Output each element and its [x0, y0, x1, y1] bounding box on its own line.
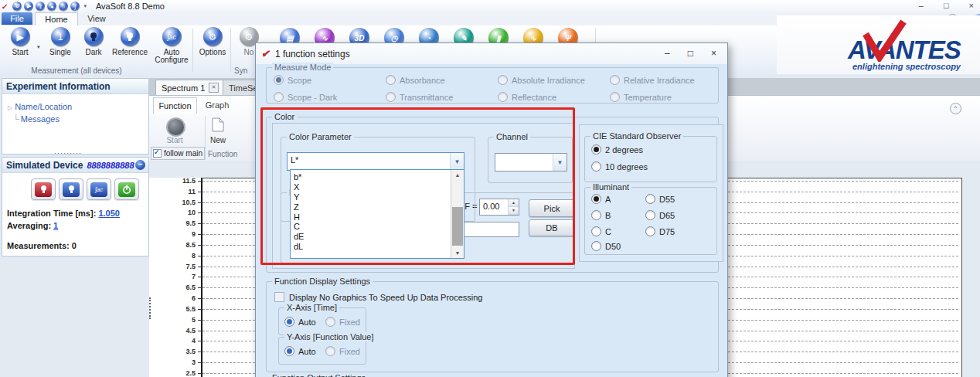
illuminant-label: Illuminant	[590, 182, 631, 192]
auto-configure-button[interactable]: ∫ac Auto Configure	[152, 27, 191, 64]
device-reference-button[interactable]	[59, 178, 83, 200]
reference-button[interactable]: Reference	[109, 27, 151, 56]
radio-illuminant-c[interactable]: C	[591, 226, 611, 236]
subtab-graph[interactable]: Graph	[198, 97, 236, 113]
tab-home[interactable]: Home	[35, 12, 78, 25]
dark-button[interactable]: Dark	[78, 27, 109, 56]
y-tick-label: 6.5	[149, 284, 196, 291]
start-button[interactable]: ▶ Start	[3, 27, 37, 56]
y-tick-label: 3	[149, 358, 196, 366]
dialog-maximize-button[interactable]: □	[688, 48, 693, 59]
panel-splitter-handle[interactable]: ·········	[54, 149, 82, 157]
y-tick-label: 4	[149, 337, 196, 345]
qa-start-icon[interactable]: ▶	[24, 2, 33, 11]
reference-bulb-icon	[63, 182, 80, 197]
sub-ribbon-separator	[205, 116, 206, 160]
function-start-label: Start	[159, 136, 190, 144]
averaging-value[interactable]: 1	[53, 221, 58, 230]
sub-ribbon-collapse-icon[interactable]: ^	[950, 103, 961, 114]
close-tab-icon[interactable]: ✕	[209, 83, 219, 93]
radio-absorbance[interactable]: Absorbance	[386, 75, 445, 85]
y-tick-mark	[198, 181, 202, 182]
window-title: AvaSoft 8.8 Demo	[96, 2, 165, 11]
radio-illuminant-a[interactable]: A	[591, 194, 611, 204]
dialog-minimize-button[interactable]: –	[665, 48, 670, 59]
radio-illuminant-d75[interactable]: D75	[645, 226, 675, 236]
y-tick-mark	[198, 320, 202, 321]
y-tick-label: 8.5	[149, 241, 196, 249]
y-tick-mark	[198, 267, 202, 267]
device-dark-button[interactable]	[31, 178, 56, 200]
quick-access-toolbar: ⚙▶1●○∫	[12, 2, 80, 11]
radio-10-degrees[interactable]: 10 degrees	[591, 161, 648, 172]
window-close-button[interactable]: ×	[969, 1, 974, 10]
radio-x-fixed[interactable]: Fixed	[325, 317, 360, 327]
quick-access-dropdown-icon[interactable]: ▾	[83, 3, 87, 9]
radio-relative-irradiance[interactable]: Relative Irradiance	[610, 75, 695, 85]
avantes-logo: AVANTES enlightening spectroscopy	[777, 15, 980, 74]
dialog-check-icon: ✔	[260, 48, 271, 59]
radio-reflectance[interactable]: Reflectance	[498, 92, 556, 102]
vertical-splitter-handle[interactable]	[149, 297, 151, 319]
integration-time-value[interactable]: 1.050	[98, 209, 120, 218]
radio-temperature[interactable]: Temperature	[610, 92, 672, 102]
illuminant-group: Illuminant A B C D50 D55 D65 D75	[584, 187, 717, 255]
qa-dark-icon[interactable]: ●	[47, 2, 56, 11]
radio-2-degrees[interactable]: 2 degrees	[591, 144, 643, 155]
tab-view[interactable]: View	[79, 12, 114, 25]
single-button[interactable]: 1 Single	[43, 27, 77, 56]
radio-x-auto[interactable]: Auto	[284, 317, 316, 327]
no-graphics-checkbox[interactable]: Display No Graphics To Speed Up Data Pro…	[274, 292, 482, 302]
qa-auto-configure-icon[interactable]: ∫	[70, 2, 80, 11]
window-minimize-button[interactable]: –	[919, 1, 924, 10]
radio-illuminant-d65[interactable]: D65	[645, 210, 675, 220]
radio-y-auto[interactable]: Auto	[284, 346, 316, 356]
function-start-button[interactable]	[166, 117, 185, 137]
options-button[interactable]: ⚙ Options	[196, 27, 230, 56]
qa-reference-icon[interactable]: ○	[59, 2, 68, 11]
radio-scope[interactable]: Scope	[274, 75, 311, 85]
collapse-panel-icon[interactable]: –	[135, 160, 145, 170]
tab-spectrum-1[interactable]: Spectrum 1 ✕	[155, 80, 225, 95]
sidebar-item-name-location[interactable]: ▷Name/Location	[8, 101, 148, 114]
radio-y-fixed[interactable]: Fixed	[325, 346, 360, 356]
window-maximize-button[interactable]: □	[944, 1, 949, 10]
measure-mode-group: Measure Mode Scope Absorbance Absolute I…	[266, 67, 719, 104]
power-icon	[118, 182, 135, 197]
avasoft-window: ✓ ⚙▶1●○∫ ▾ AvaSoft 8.8 Demo – □ × File H…	[0, 0, 980, 377]
radio-illuminant-d50[interactable]: D50	[591, 241, 621, 251]
qa-options-icon[interactable]: ⚙	[12, 2, 22, 11]
y-tick-mark	[198, 331, 202, 331]
averaging-row: Averaging: 1	[7, 219, 148, 232]
measure-mode-label: Measure Mode	[272, 63, 333, 72]
expander-icon[interactable]: ▷	[8, 104, 12, 111]
group-label-measurement: Measurement (all devices)	[12, 66, 141, 75]
brand-tagline: enlightening spectroscopy	[852, 62, 961, 71]
device-power-button[interactable]	[114, 178, 139, 200]
dialog-title-bar[interactable]: ✔ 1 function settings – □ ×	[256, 43, 727, 64]
tab-file[interactable]: File	[2, 12, 32, 25]
qa-single-icon[interactable]: 1	[36, 2, 45, 11]
annotation-rectangle	[260, 107, 575, 265]
radio-absolute-irradiance[interactable]: Absolute Irradiance	[498, 75, 585, 85]
y-tick-label: 5	[149, 316, 196, 324]
new-function-button[interactable]	[212, 117, 224, 134]
follow-main-checkbox[interactable]: follow main	[151, 147, 205, 160]
sidebar-item-messages[interactable]: └Messages	[8, 114, 148, 124]
dialog-close-button[interactable]: ×	[711, 48, 716, 59]
radio-illuminant-d55[interactable]: D55	[645, 194, 675, 204]
y-axis-label: Y-Axis [Function Value]	[284, 332, 376, 341]
device-auto-configure-button[interactable]: ∫ac	[87, 178, 111, 200]
radio-transmittance[interactable]: Transmittance	[386, 92, 453, 102]
subtab-function[interactable]: Function	[153, 97, 197, 114]
function-display-settings-group: Function Display Settings Display No Gra…	[266, 281, 719, 372]
y-tick-label: 2.5	[149, 369, 196, 377]
radio-illuminant-b[interactable]: B	[591, 210, 611, 220]
start-dropdown-arrow[interactable]: ▾	[37, 44, 40, 50]
y-tick-label: 9	[149, 230, 196, 238]
device-serial: 8888888888	[87, 161, 134, 170]
jac-icon: ∫ac	[90, 182, 107, 197]
function-display-settings-label: Function Display Settings	[272, 277, 373, 286]
radio-scope-dark[interactable]: Scope - Dark	[274, 92, 337, 102]
measurements-value: 0	[72, 241, 77, 250]
